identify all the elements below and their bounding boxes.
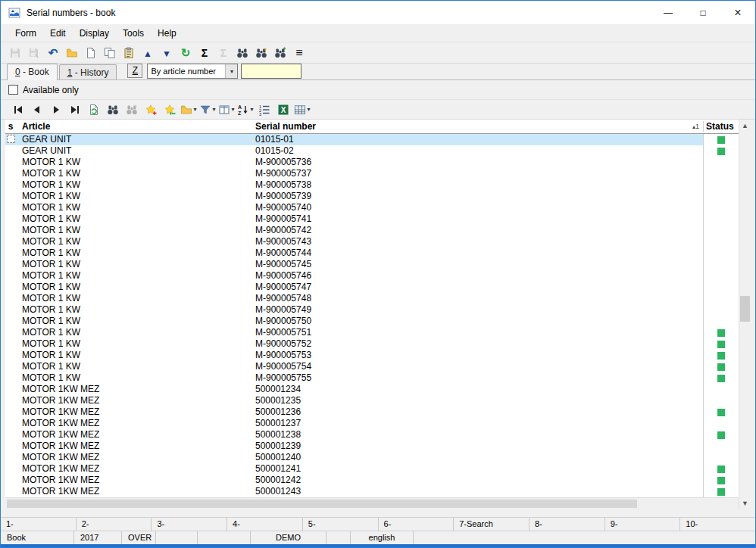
find-button[interactable]: [234, 45, 251, 61]
find-dialog-button[interactable]: [272, 45, 289, 61]
table-row[interactable]: MOTOR 1 KWM-900005740: [5, 202, 739, 213]
table-row[interactable]: MOTOR 1KW MEZ500001238: [5, 429, 739, 441]
table-row[interactable]: MOTOR 1 KWM-900005743: [5, 236, 739, 248]
table-row[interactable]: MOTOR 1 KWM-900005753: [5, 350, 739, 361]
goto-bookmark-button[interactable]: [161, 101, 178, 118]
fkey-6[interactable]: 6-: [378, 518, 454, 531]
table-row[interactable]: MOTOR 1KW MEZ500001235: [5, 395, 739, 406]
menu-display[interactable]: Display: [73, 26, 116, 41]
menu-edit[interactable]: Edit: [43, 26, 73, 41]
column-header-serial[interactable]: Serial number ▴1: [252, 121, 703, 132]
column-header-status[interactable]: Status: [703, 121, 739, 132]
last-record-button[interactable]: [67, 101, 83, 118]
sort-by-combobox[interactable]: By article number ▾: [147, 64, 238, 79]
table-row[interactable]: MOTOR 1KW MEZ500001237: [5, 418, 739, 429]
table-row[interactable]: MOTOR 1 KWM-900005754: [5, 361, 739, 372]
move-down-button[interactable]: ▼: [158, 45, 175, 61]
menu-button[interactable]: ≡: [291, 45, 308, 61]
table-row[interactable]: MOTOR 1 KWM-900005742: [5, 225, 739, 236]
dropdown-arrow-icon[interactable]: ▾: [231, 106, 234, 113]
columns-button[interactable]: ▾: [218, 101, 235, 118]
search-input[interactable]: [241, 64, 301, 79]
close-button[interactable]: ×: [720, 1, 755, 24]
fkey-3[interactable]: 3-: [151, 518, 226, 531]
dropdown-arrow-icon[interactable]: ▾: [212, 106, 215, 113]
scroll-down-button[interactable]: ▼: [739, 497, 751, 509]
table-row[interactable]: MOTOR 1 KWM-900005739: [5, 191, 739, 202]
fkey-8[interactable]: 8-: [529, 518, 604, 531]
column-header-article[interactable]: Article: [16, 121, 252, 132]
tab-book[interactable]: 0 - Book: [7, 64, 58, 80]
grid-button[interactable]: ▾: [294, 101, 311, 118]
dropdown-arrow-icon[interactable]: ▾: [307, 106, 310, 113]
table-row[interactable]: MOTOR 1KW MEZ500001240: [5, 452, 739, 463]
tab-history[interactable]: 1 - History: [59, 64, 117, 79]
table-row[interactable]: MOTOR 1 KWM-900005738: [5, 179, 739, 191]
table-row[interactable]: MOTOR 1KW MEZ500001239: [5, 441, 739, 452]
refresh-view-button[interactable]: [86, 101, 102, 118]
vscroll-track[interactable]: [739, 132, 751, 497]
next-record-button[interactable]: [48, 101, 64, 118]
add-bookmark-button[interactable]: [142, 101, 159, 118]
table-row[interactable]: MOTOR 1 KWM-900005745: [5, 259, 739, 270]
horizontal-scrollbar[interactable]: [5, 497, 739, 509]
table-row[interactable]: MOTOR 1 KWM-900005737: [5, 168, 739, 179]
table-row[interactable]: MOTOR 1 KWM-900005751: [5, 327, 739, 338]
prev-record-button[interactable]: [29, 101, 45, 118]
paste-button[interactable]: [120, 45, 137, 61]
refresh-button[interactable]: ↻: [177, 45, 194, 61]
minimize-button[interactable]: —: [651, 1, 686, 24]
table-row[interactable]: MOTOR 1 KWM-900005746: [5, 270, 739, 282]
table-row[interactable]: MOTOR 1 KWM-900005755: [5, 372, 739, 384]
open-document-button[interactable]: ▾: [180, 101, 197, 118]
find-button[interactable]: [105, 101, 121, 118]
first-record-button[interactable]: [10, 101, 27, 118]
table-row[interactable]: MOTOR 1KW MEZ500001242: [5, 475, 739, 486]
table-row[interactable]: MOTOR 1 KWM-900005752: [5, 338, 739, 350]
open-button[interactable]: [64, 45, 80, 61]
export-excel-button[interactable]: X: [275, 101, 292, 118]
sort-button[interactable]: AZ▾: [237, 101, 254, 118]
fkey-2[interactable]: 2-: [76, 518, 152, 531]
hscroll-thumb[interactable]: [7, 500, 637, 508]
fkey-10[interactable]: 10-: [679, 518, 755, 531]
fkey-4[interactable]: 4-: [226, 518, 302, 531]
table-row[interactable]: MOTOR 1 KWM-900005750: [5, 316, 739, 327]
table-row[interactable]: MOTOR 1 KWM-900005748: [5, 293, 739, 304]
table-row[interactable]: MOTOR 1KW MEZ500001234: [5, 384, 739, 395]
table-row[interactable]: MOTOR 1 KWM-900005747: [5, 282, 739, 293]
table-row[interactable]: MOTOR 1KW MEZ500001243: [5, 486, 739, 497]
move-up-button[interactable]: ▲: [139, 45, 156, 61]
table-row[interactable]: MOTOR 1KW MEZ500001236: [5, 406, 739, 418]
new-button[interactable]: [83, 45, 99, 61]
column-header-select[interactable]: s: [5, 121, 16, 132]
vertical-scrollbar[interactable]: ▲ ▼: [739, 120, 751, 509]
dropdown-arrow-icon[interactable]: ▾: [193, 106, 196, 113]
menu-form[interactable]: Form: [8, 26, 43, 41]
dropdown-arrow-icon[interactable]: ▾: [250, 106, 253, 113]
fkey-7[interactable]: 7-Search: [453, 518, 529, 531]
menu-help[interactable]: Help: [151, 26, 183, 41]
undo-button[interactable]: ↶: [45, 45, 61, 61]
table-row[interactable]: MOTOR 1 KWM-900005741: [5, 213, 739, 225]
numbered-list-button[interactable]: 123: [256, 101, 273, 118]
available-only-checkbox[interactable]: [8, 85, 18, 95]
table-row[interactable]: MOTOR 1 KWM-900005744: [5, 248, 739, 259]
find-next-button[interactable]: [253, 45, 270, 61]
menu-tools[interactable]: Tools: [116, 26, 151, 41]
combo-dropdown-icon[interactable]: ▾: [225, 64, 237, 78]
fkey-9[interactable]: 9-: [604, 518, 680, 531]
z-button[interactable]: Z: [127, 64, 142, 78]
table-row[interactable]: MOTOR 1 KWM-900005736: [5, 157, 739, 168]
table-row[interactable]: GEAR UNIT01015-02: [5, 145, 739, 157]
table-row[interactable]: GEAR UNIT01015-01: [5, 134, 739, 145]
table-row[interactable]: MOTOR 1 KWM-900005749: [5, 304, 739, 316]
vscroll-thumb[interactable]: [740, 296, 750, 322]
maximize-button[interactable]: □: [686, 1, 720, 24]
table-row[interactable]: MOTOR 1KW MEZ500001241: [5, 463, 739, 475]
scroll-up-button[interactable]: ▲: [739, 120, 751, 132]
copy-button[interactable]: [102, 45, 118, 61]
fkey-5[interactable]: 5-: [302, 518, 378, 531]
filter-button[interactable]: ▾: [199, 101, 216, 118]
sum-button[interactable]: Σ: [196, 45, 213, 61]
